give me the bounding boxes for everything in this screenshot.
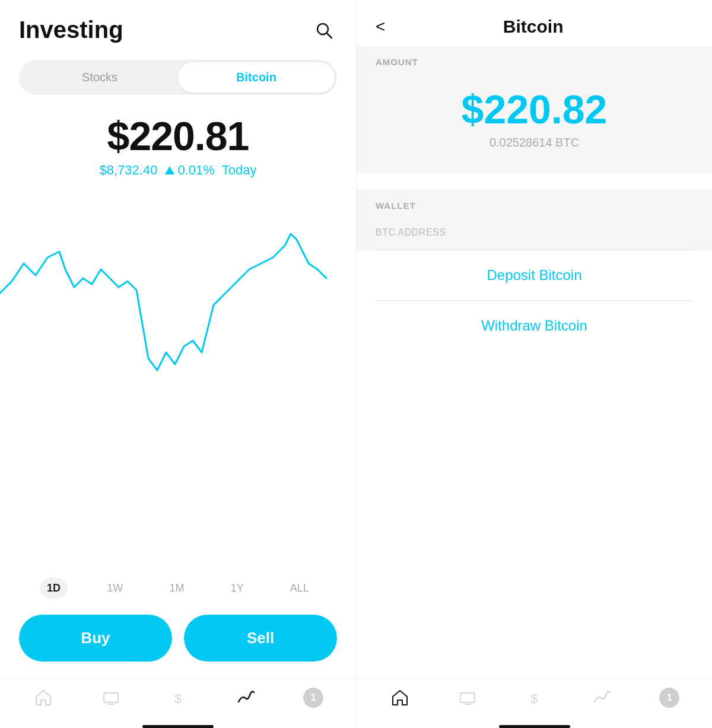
right-home-icon <box>389 687 411 708</box>
price-sub: $8,732.40 <box>100 163 158 178</box>
sell-button[interactable]: Sell <box>184 615 337 662</box>
wallet-label: WALLET <box>357 190 712 218</box>
back-button[interactable]: < <box>376 17 385 36</box>
btc-address-label: BTC ADDRESS <box>376 227 446 237</box>
spacer <box>357 351 712 678</box>
nav-home[interactable] <box>33 687 54 708</box>
tab-stocks[interactable]: Stocks <box>21 62 178 93</box>
left-header: Investing <box>0 0 356 53</box>
withdraw-bitcoin-label: Withdraw Bitcoin <box>376 317 693 334</box>
svg-rect-4 <box>108 704 114 705</box>
right-nav-dollar[interactable]: $ <box>524 687 545 708</box>
time-filter-1w[interactable]: 1W <box>100 577 130 599</box>
amount-btc: 0.02528614 BTC <box>357 136 712 161</box>
amount-label: AMOUNT <box>357 46 712 74</box>
wallet-section: WALLET BTC ADDRESS <box>357 190 712 250</box>
withdraw-bitcoin-row[interactable]: Withdraw Bitcoin <box>357 301 712 351</box>
svg-text:$: $ <box>530 691 538 706</box>
right-notification-badge: 1 <box>659 688 679 708</box>
dollar-icon: $ <box>168 687 189 708</box>
home-indicator <box>142 725 214 728</box>
deposit-bitcoin-row[interactable]: Deposit Bitcoin <box>357 250 712 300</box>
svg-rect-3 <box>104 693 118 702</box>
left-bottom-nav: $ 1 <box>0 678 356 720</box>
right-home-indicator <box>499 725 570 728</box>
chart-line-icon <box>236 687 257 708</box>
right-panel: < Bitcoin AMOUNT $220.82 0.02528614 BTC … <box>356 0 712 728</box>
price-chart <box>0 186 356 388</box>
time-filter-1y[interactable]: 1Y <box>224 577 251 599</box>
svg-rect-6 <box>460 693 475 702</box>
right-header: < Bitcoin <box>357 0 712 46</box>
price-change: 0.01% <box>164 163 214 178</box>
search-icon <box>314 21 333 40</box>
nav-tv[interactable] <box>100 687 122 708</box>
price-section: $220.81 $8,732.40 0.01% Today <box>0 107 356 180</box>
nav-notification[interactable]: 1 <box>303 688 323 708</box>
price-meta: $8,732.40 0.01% Today <box>19 163 337 178</box>
tab-bar: Stocks Bitcoin <box>19 60 337 95</box>
tab-bitcoin[interactable]: Bitcoin <box>178 62 335 93</box>
btc-address-row: BTC ADDRESS <box>357 218 712 238</box>
up-arrow-icon <box>164 165 175 176</box>
time-filter-1d[interactable]: 1D <box>40 577 68 599</box>
chart-area <box>0 180 356 571</box>
right-dollar-icon: $ <box>524 687 545 708</box>
left-panel: Investing Stocks Bitcoin $220.81 $8,732.… <box>0 0 356 728</box>
main-price: $220.81 <box>19 113 337 159</box>
right-nav-home[interactable] <box>389 687 411 708</box>
buy-button[interactable]: Buy <box>19 615 172 662</box>
time-filter-1m[interactable]: 1M <box>162 577 191 599</box>
nav-dollar[interactable]: $ <box>168 687 189 708</box>
svg-marker-2 <box>165 166 174 174</box>
right-chart-icon <box>592 687 613 708</box>
time-filter-all[interactable]: ALL <box>283 577 316 599</box>
price-period: Today <box>222 163 257 178</box>
svg-rect-7 <box>465 704 471 705</box>
home-icon <box>33 687 54 708</box>
svg-line-1 <box>327 33 332 38</box>
right-nav-notification[interactable]: 1 <box>659 688 679 708</box>
amount-value: $220.82 <box>357 74 712 136</box>
search-button[interactable] <box>311 17 337 43</box>
bitcoin-title: Bitcoin <box>397 17 669 37</box>
svg-text:$: $ <box>174 691 182 706</box>
action-buttons: Buy Sell <box>0 609 356 678</box>
investing-title: Investing <box>19 17 123 43</box>
notification-badge: 1 <box>303 688 323 708</box>
right-bottom-nav: $ 1 <box>357 678 712 720</box>
right-tv-icon <box>457 687 478 708</box>
tv-icon <box>100 687 122 708</box>
nav-chart[interactable] <box>236 687 257 708</box>
right-nav-chart[interactable] <box>592 687 613 708</box>
deposit-bitcoin-label: Deposit Bitcoin <box>376 267 693 284</box>
amount-section: AMOUNT $220.82 0.02528614 BTC <box>357 46 712 173</box>
time-filters: 1D 1W 1M 1Y ALL <box>0 571 356 609</box>
right-nav-tv[interactable] <box>457 687 478 708</box>
